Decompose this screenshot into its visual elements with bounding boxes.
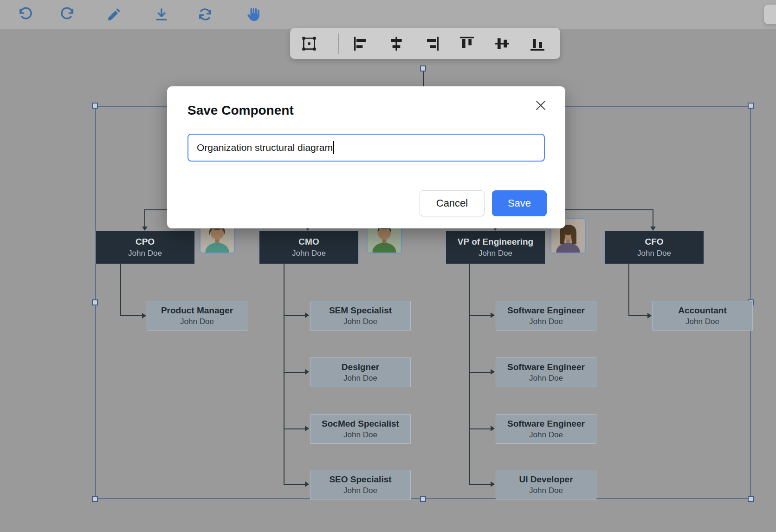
selection-handle-bottom-left[interactable] — [92, 496, 98, 502]
connector-line — [628, 264, 629, 316]
node-title: Software Engineer — [507, 305, 585, 316]
save-component-dialog: Save Component Organization structural d… — [167, 86, 565, 228]
org-node-cmo[interactable]: CMO John Doe — [259, 231, 359, 264]
align-left-button[interactable] — [351, 34, 371, 53]
connector-line — [284, 484, 305, 485]
top-toolbar — [0, 0, 776, 29]
connector-line — [284, 428, 305, 429]
edit-button[interactable] — [106, 6, 123, 23]
redo-button[interactable] — [59, 6, 76, 23]
hand-pan-icon — [246, 6, 261, 22]
align-right-icon — [422, 34, 441, 53]
connector-arrow — [305, 426, 309, 431]
node-subtitle: John Doe — [292, 249, 326, 258]
node-title: VP of Engineering — [458, 237, 533, 247]
connector-arrow — [142, 227, 148, 231]
connector-arrow — [491, 312, 495, 318]
transform-select-button[interactable] — [299, 34, 319, 53]
connector-line — [144, 209, 168, 210]
org-node-accountant[interactable]: Accountant John Doe — [652, 301, 753, 331]
undo-button[interactable] — [17, 6, 34, 23]
node-subtitle: John Doe — [128, 249, 162, 258]
node-title: UI Developer — [519, 474, 573, 485]
org-node-software-engineer-2[interactable]: Software Engineer John Doe — [496, 357, 596, 387]
connector-line — [284, 264, 285, 485]
connector-line — [120, 264, 121, 316]
close-icon — [534, 98, 548, 112]
connector-arrow — [142, 313, 146, 318]
transform-select-icon — [300, 34, 318, 53]
download-button[interactable] — [153, 6, 170, 23]
connector-arrow — [491, 481, 495, 487]
connector-arrow — [491, 426, 495, 431]
node-subtitle: John Doe — [343, 317, 377, 326]
connector-line — [653, 209, 653, 227]
selection-handle-top-center[interactable] — [420, 65, 426, 71]
app-canvas: CPO John Doe CMO John Doe VP of Engineer… — [0, 0, 776, 532]
selection-handle-top-right[interactable] — [748, 103, 754, 109]
edit-pencil-icon — [106, 6, 122, 22]
node-title: Product Manager — [161, 305, 233, 316]
org-node-sem-specialist[interactable]: SEM Specialist John Doe — [310, 301, 411, 331]
selection-handle-bottom-center[interactable] — [420, 496, 426, 502]
connector-arrow — [305, 369, 309, 375]
node-subtitle: John Doe — [343, 374, 377, 383]
org-node-designer[interactable]: Designer John Doe — [310, 357, 411, 387]
node-subtitle: John Doe — [180, 317, 214, 326]
sync-button[interactable] — [197, 6, 213, 23]
dialog-buttons: Cancel Save — [420, 190, 547, 216]
selection-handle-bottom-right[interactable] — [748, 496, 754, 502]
node-subtitle: John Doe — [343, 430, 377, 440]
connector-line — [469, 372, 491, 373]
close-button[interactable] — [534, 98, 548, 112]
node-title: Software Engineer — [507, 419, 585, 429]
node-title: SocMed Specialist — [322, 419, 399, 429]
org-node-cpo[interactable]: CPO John Doe — [95, 231, 195, 264]
org-node-software-engineer-1[interactable]: Software Engineer John Doe — [496, 301, 596, 331]
selection-handle-middle-left[interactable] — [92, 299, 98, 305]
align-top-button[interactable] — [457, 34, 477, 53]
connector-arrow — [650, 227, 656, 231]
redo-icon — [59, 6, 75, 22]
connector-line — [469, 264, 470, 485]
align-center-horizontal-button[interactable] — [387, 34, 406, 53]
save-button[interactable]: Save — [492, 190, 547, 216]
node-title: Designer — [342, 362, 379, 372]
connector-line — [565, 209, 653, 210]
connector-line — [469, 315, 491, 316]
input-value: Organization structural diagram — [197, 142, 333, 153]
org-node-software-engineer-3[interactable]: Software Engineer John Doe — [496, 414, 596, 444]
node-title: Accountant — [678, 305, 727, 316]
node-title: SEO Specialist — [329, 474, 391, 485]
pan-button[interactable] — [245, 6, 262, 23]
align-right-button[interactable] — [422, 34, 441, 53]
connector-line — [284, 315, 305, 316]
node-subtitle: John Doe — [637, 249, 671, 258]
org-node-socmed-specialist[interactable]: SocMed Specialist John Doe — [310, 414, 411, 444]
org-node-ui-developer[interactable]: UI Developer John Doe — [496, 470, 596, 500]
node-subtitle: John Doe — [343, 486, 377, 495]
org-node-cfo[interactable]: CFO John Doe — [604, 231, 704, 264]
align-top-icon — [458, 34, 476, 53]
node-subtitle: John Doe — [529, 317, 563, 326]
cancel-button[interactable]: Cancel — [420, 190, 485, 216]
node-title: SEM Specialist — [329, 305, 392, 316]
org-node-seo-specialist[interactable]: SEO Specialist John Doe — [310, 470, 411, 500]
node-subtitle: John Doe — [685, 317, 719, 326]
connector-top-stub — [423, 71, 424, 87]
node-subtitle: John Doe — [479, 249, 512, 258]
org-node-vp-engineering[interactable]: VP of Engineering John Doe — [446, 231, 545, 264]
align-left-icon — [352, 34, 370, 53]
node-subtitle: John Doe — [529, 486, 563, 495]
selection-handle-top-left[interactable] — [92, 103, 98, 109]
component-name-input[interactable]: Organization structural diagram — [188, 134, 545, 162]
connector-arrow — [305, 312, 309, 318]
node-title: CPO — [136, 237, 155, 247]
connector-line — [144, 209, 145, 227]
undo-icon — [18, 6, 33, 22]
node-title: Software Engineer — [507, 362, 585, 372]
org-node-product-manager[interactable]: Product Manager John Doe — [147, 301, 247, 331]
node-subtitle: John Doe — [529, 430, 563, 440]
align-bottom-button[interactable] — [528, 34, 547, 53]
align-middle-vertical-button[interactable] — [492, 34, 512, 53]
